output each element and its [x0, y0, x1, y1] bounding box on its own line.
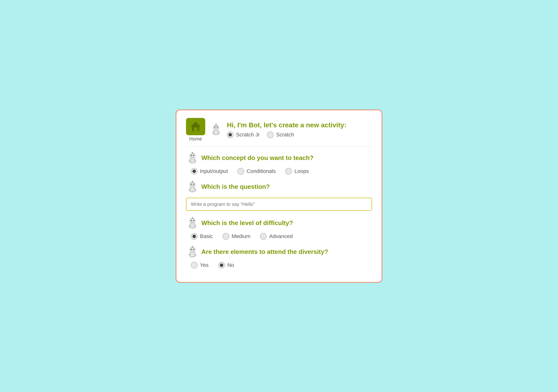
question-title: Which is the question? [201, 183, 270, 190]
concept-section: Which concept do you want to teach? Inpu… [186, 152, 372, 175]
svg-point-28 [192, 181, 193, 182]
conditionals-label: Conditionals [247, 168, 276, 174]
radio-circle-basic[interactable] [191, 233, 198, 240]
question-section-header: Which is the question? [186, 180, 372, 193]
radio-circle-loops[interactable] [285, 168, 292, 175]
svg-point-26 [193, 184, 194, 185]
greeting-text: Hi, I'm Bot, let's create a new activity… [227, 121, 346, 129]
difficulty-section: Which is the level of difficulty? Basic … [186, 217, 372, 240]
svg-point-36 [193, 220, 194, 221]
radio-input-output[interactable]: Input/output [191, 168, 228, 175]
svg-point-38 [192, 217, 193, 218]
radio-scratch-jr[interactable]: Scratch Jr [227, 131, 260, 138]
advanced-label: Advanced [269, 233, 293, 239]
radio-advanced[interactable]: Advanced [260, 233, 293, 240]
home-button[interactable] [186, 118, 205, 135]
svg-rect-9 [214, 128, 218, 129]
concept-options-row: Input/output Conditionals Loops [186, 168, 372, 175]
loops-label: Loops [294, 168, 309, 174]
bot-icon-diversity [186, 246, 199, 258]
header-row: Home Hi, I'm Bot, let's create a new act… [186, 118, 372, 142]
radio-circle-input-output[interactable] [191, 168, 198, 175]
svg-point-8 [216, 124, 217, 125]
home-block: Home [186, 118, 205, 142]
divider-1 [186, 146, 372, 147]
radio-circle-scratch-jr[interactable] [227, 131, 234, 138]
svg-point-41 [194, 225, 195, 226]
scratch-label: Scratch [276, 132, 294, 138]
main-card: Home Hi, I'm Bot, let's create a new act… [176, 110, 382, 283]
svg-point-50 [190, 253, 191, 255]
svg-point-30 [190, 188, 191, 190]
svg-point-46 [193, 249, 194, 250]
radio-no[interactable]: No [218, 262, 234, 269]
svg-point-35 [191, 220, 192, 221]
radio-circle-conditionals[interactable] [237, 168, 244, 175]
radio-circle-yes[interactable] [191, 262, 198, 269]
house-icon [190, 120, 201, 133]
bot-icon-difficulty [186, 217, 199, 230]
svg-point-11 [218, 131, 219, 133]
bot-icon-question [186, 180, 199, 193]
svg-rect-49 [191, 251, 194, 251]
header-content: Hi, I'm Bot, let's create a new activity… [227, 121, 346, 138]
svg-point-5 [214, 127, 216, 128]
scratch-jr-label: Scratch Jr [236, 132, 260, 138]
question-section: Which is the question? [186, 180, 372, 211]
radio-circle-advanced[interactable] [260, 233, 267, 240]
svg-point-51 [194, 253, 195, 255]
svg-point-45 [191, 249, 192, 250]
svg-point-15 [191, 155, 192, 156]
svg-point-21 [194, 160, 195, 161]
yes-label: Yes [200, 262, 209, 268]
difficulty-title: Which is the level of difficulty? [201, 219, 293, 227]
radio-yes[interactable]: Yes [191, 262, 209, 269]
input-output-label: Input/output [200, 168, 228, 174]
bot-icon [209, 123, 223, 136]
platform-options-row: Scratch Jr Scratch [227, 131, 346, 138]
no-label: No [227, 262, 234, 268]
svg-point-40 [190, 225, 191, 226]
radio-medium[interactable]: Medium [223, 233, 250, 240]
basic-label: Basic [200, 233, 213, 239]
svg-point-16 [193, 155, 194, 156]
difficulty-section-header: Which is the level of difficulty? [186, 217, 372, 230]
radio-scratch[interactable]: Scratch [267, 131, 294, 138]
svg-rect-19 [191, 157, 194, 158]
concept-title: Which concept do you want to teach? [201, 154, 314, 162]
radio-circle-medium[interactable] [223, 233, 229, 240]
medium-label: Medium [232, 233, 250, 239]
radio-circle-no[interactable] [218, 262, 225, 269]
svg-point-48 [192, 246, 193, 247]
svg-point-6 [217, 127, 218, 128]
svg-point-25 [191, 184, 192, 185]
svg-point-20 [190, 160, 191, 161]
svg-point-10 [213, 131, 215, 133]
concept-section-header: Which concept do you want to teach? [186, 152, 372, 164]
home-label: Home [189, 136, 202, 142]
bot-icon-concept [186, 152, 199, 164]
diversity-section-header: Are there elements to attend the diversi… [186, 246, 372, 258]
svg-rect-1 [194, 128, 197, 131]
radio-basic[interactable]: Basic [191, 233, 213, 240]
question-input[interactable] [186, 198, 372, 211]
svg-point-18 [192, 152, 193, 153]
svg-point-31 [194, 188, 195, 190]
diversity-title: Are there elements to attend the diversi… [201, 248, 328, 256]
radio-conditionals[interactable]: Conditionals [237, 168, 276, 175]
diversity-options-row: Yes No [186, 262, 372, 269]
diversity-section: Are there elements to attend the diversi… [186, 246, 372, 269]
radio-loops[interactable]: Loops [285, 168, 309, 175]
difficulty-options-row: Basic Medium Advanced [186, 233, 372, 240]
radio-circle-scratch[interactable] [267, 131, 274, 138]
svg-rect-29 [191, 186, 194, 186]
svg-rect-39 [191, 222, 194, 223]
